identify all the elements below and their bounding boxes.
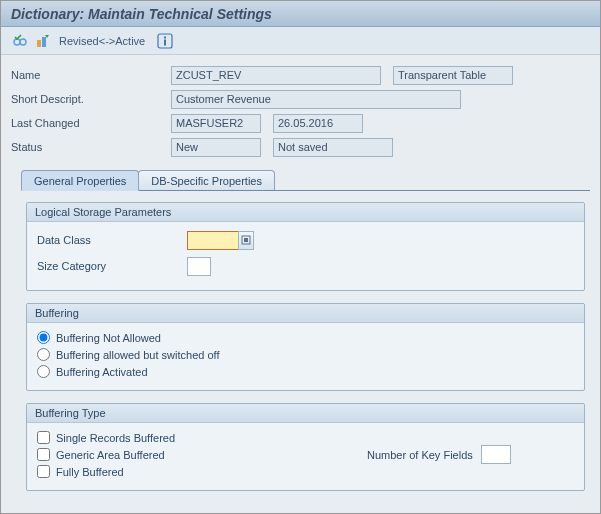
number-key-fields-label: Number of Key Fields: [367, 449, 473, 461]
saved-state-field: [273, 138, 393, 157]
sizecat-input[interactable]: [187, 257, 211, 276]
info-icon[interactable]: [156, 32, 174, 50]
lastchanged-date-field: [273, 114, 363, 133]
page-title: Dictionary: Maintain Technical Settings: [11, 6, 272, 22]
radio-buffering-not-allowed[interactable]: Buffering Not Allowed: [37, 331, 574, 344]
check-generic-area[interactable]: Generic Area Buffered Number of Key Fiel…: [37, 448, 574, 461]
svg-rect-2: [37, 40, 41, 47]
group-buffering-title: Buffering: [27, 304, 584, 323]
svg-point-1: [20, 39, 26, 45]
group-logical-storage-title: Logical Storage Parameters: [27, 203, 584, 222]
lastchanged-user-field: [171, 114, 261, 133]
tab-db-specific-properties[interactable]: DB-Specific Properties: [138, 170, 275, 190]
group-logical-storage: Logical Storage Parameters Data Class Si…: [26, 202, 585, 291]
app-toolbar: Revised<->Active: [1, 27, 600, 55]
table-type-field: [393, 66, 513, 85]
tabstrip: General Properties DB-Specific Propertie…: [21, 167, 590, 191]
svg-rect-6: [164, 39, 166, 45]
radio-buffering-not-allowed-label: Buffering Not Allowed: [56, 332, 161, 344]
revised-active-toggle[interactable]: Revised<->Active: [59, 35, 145, 47]
radio-buffering-allowed-off-input[interactable]: [37, 348, 50, 361]
radio-buffering-not-allowed-input[interactable]: [37, 331, 50, 344]
status-label: Status: [11, 141, 171, 153]
status-field: [171, 138, 261, 157]
svg-rect-3: [42, 37, 46, 47]
activate-icon[interactable]: [34, 32, 52, 50]
svg-rect-5: [164, 36, 166, 38]
name-label: Name: [11, 69, 171, 81]
group-buffering-type-title: Buffering Type: [27, 404, 584, 423]
tab-body-general: Logical Storage Parameters Data Class Si…: [21, 191, 590, 514]
check-fully-buffered-input[interactable]: [37, 465, 50, 478]
name-field: [171, 66, 381, 85]
tab-general-properties[interactable]: General Properties: [21, 170, 139, 191]
radio-buffering-activated[interactable]: Buffering Activated: [37, 365, 574, 378]
group-buffering: Buffering Buffering Not Allowed Bufferin…: [26, 303, 585, 391]
group-buffering-type: Buffering Type Single Records Buffered G…: [26, 403, 585, 491]
check-fully-buffered-label: Fully Buffered: [56, 466, 124, 478]
lastchanged-label: Last Changed: [11, 117, 171, 129]
shortdesc-field: [171, 90, 461, 109]
window-titlebar: Dictionary: Maintain Technical Settings: [1, 1, 600, 27]
dataclass-input[interactable]: [187, 231, 239, 250]
number-key-fields-input[interactable]: [481, 445, 511, 464]
check-single-records[interactable]: Single Records Buffered: [37, 431, 574, 444]
check-single-records-label: Single Records Buffered: [56, 432, 175, 444]
header-form: Name Short Descript. Last Changed Status: [1, 55, 600, 167]
radio-buffering-allowed-off[interactable]: Buffering allowed but switched off: [37, 348, 574, 361]
radio-buffering-activated-input[interactable]: [37, 365, 50, 378]
check-single-records-input[interactable]: [37, 431, 50, 444]
dataclass-f4-button[interactable]: [238, 231, 254, 250]
svg-rect-8: [244, 238, 248, 242]
check-fully-buffered[interactable]: Fully Buffered: [37, 465, 574, 478]
sizecat-label: Size Category: [37, 260, 187, 272]
radio-buffering-activated-label: Buffering Activated: [56, 366, 148, 378]
glasses-check-icon[interactable]: [11, 32, 29, 50]
shortdesc-label: Short Descript.: [11, 93, 171, 105]
radio-buffering-allowed-off-label: Buffering allowed but switched off: [56, 349, 219, 361]
dataclass-label: Data Class: [37, 234, 187, 246]
check-generic-area-input[interactable]: [37, 448, 50, 461]
check-generic-area-label: Generic Area Buffered: [56, 449, 165, 461]
